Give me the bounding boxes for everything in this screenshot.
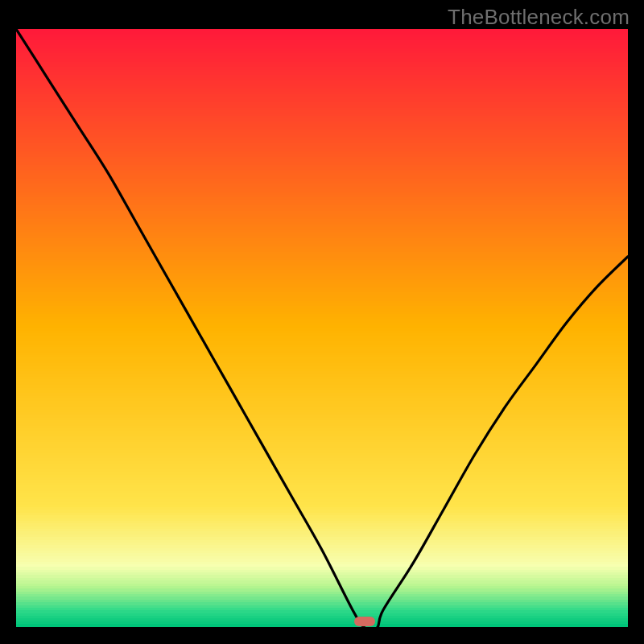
watermark-text: TheBottleneck.com — [448, 5, 630, 30]
plot-area — [16, 29, 628, 628]
quality-gradient-background — [16, 29, 628, 628]
optimal-marker-icon — [354, 617, 376, 626]
chart-container: TheBottleneck.com — [0, 0, 644, 644]
